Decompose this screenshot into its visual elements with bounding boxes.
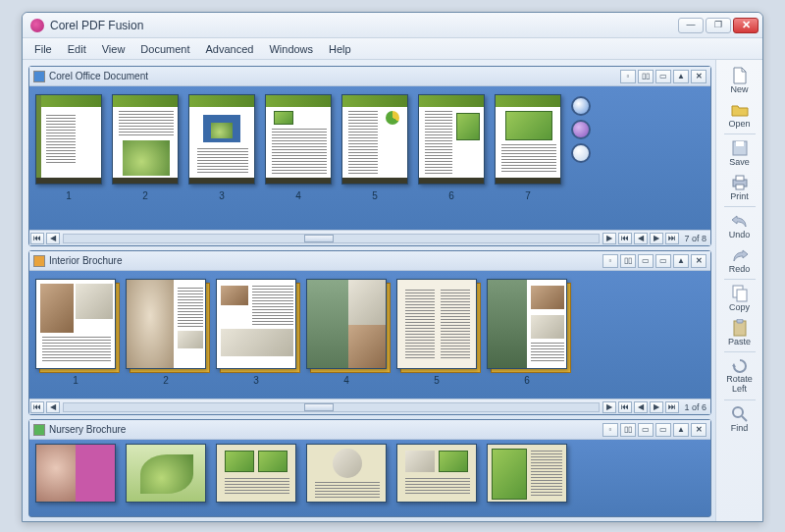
scroll-first[interactable]: ⏮ <box>30 401 44 413</box>
svg-point-9 <box>733 407 743 417</box>
view-mode-buttons <box>571 94 595 163</box>
panel-tool-button[interactable]: ▯▯ <box>638 70 654 83</box>
panel-tool-button[interactable]: ▭ <box>655 423 671 437</box>
open-button[interactable]: Open <box>720 98 759 132</box>
disk-icon <box>730 139 750 157</box>
menu-advanced[interactable]: Advanced <box>198 40 262 58</box>
page-thumbnail[interactable] <box>35 444 116 503</box>
rotate-left-button[interactable]: Rotate Left <box>720 354 759 398</box>
menu-file[interactable]: File <box>26 40 60 58</box>
page-thumbnail[interactable]: 3 <box>216 279 296 386</box>
page-last[interactable]: ⏭ <box>665 233 679 244</box>
save-button[interactable]: Save <box>720 136 759 170</box>
page-number: 4 <box>343 375 349 386</box>
print-button[interactable]: Print <box>720 171 759 204</box>
menu-help[interactable]: Help <box>321 40 359 58</box>
doc-type-icon <box>33 255 45 267</box>
svg-rect-3 <box>736 176 744 181</box>
scroll-right[interactable]: ▶ <box>602 401 616 413</box>
page-thumbnail[interactable]: 5 <box>396 279 477 386</box>
scroll-left[interactable]: ◀ <box>46 233 60 244</box>
page-number: 1 <box>66 190 72 201</box>
page-next[interactable]: ▶ <box>650 401 663 413</box>
panel-tool-button[interactable]: ▫ <box>602 423 618 437</box>
page-thumbnail[interactable] <box>216 444 296 503</box>
doc-type-icon <box>33 424 45 436</box>
panel-tool-button[interactable]: ▭ <box>638 423 654 437</box>
page-first[interactable]: ⏮ <box>618 233 632 244</box>
page-indicator: 1 of 6 <box>680 402 710 412</box>
panel-close-button[interactable]: ✕ <box>691 423 706 437</box>
menu-document[interactable]: Document <box>132 40 197 58</box>
panel-tool-button[interactable]: ▯▯ <box>620 423 636 437</box>
page-thumbnail[interactable]: 6 <box>418 94 485 201</box>
panel-tool-button[interactable]: ▯▯ <box>620 254 636 268</box>
page-thumbnail[interactable] <box>306 444 387 503</box>
page-thumbnail[interactable]: 2 <box>112 94 179 201</box>
file-new-icon <box>730 67 750 84</box>
page-thumbnail[interactable]: 5 <box>341 94 408 201</box>
page-thumbnail[interactable]: 2 <box>126 279 206 386</box>
document-title: Nursery Brochure <box>49 424 126 435</box>
workspace: Corel Office Document ▫ ▯▯ ▭ ▲ ✕ 1 2 <box>23 60 715 521</box>
page-thumbnail[interactable]: 6 <box>487 279 567 386</box>
panel-tool-button[interactable]: ▭ <box>638 254 654 268</box>
redo-icon <box>730 246 750 264</box>
panel-tool-button[interactable]: ▫ <box>602 254 618 268</box>
page-next[interactable]: ▶ <box>650 233 663 244</box>
minimize-button[interactable]: — <box>678 18 704 33</box>
page-prev[interactable]: ◀ <box>634 401 648 413</box>
close-button[interactable]: ✕ <box>733 18 759 33</box>
panel-collapse-button[interactable]: ▲ <box>673 254 689 268</box>
scroll-right[interactable]: ▶ <box>602 233 616 244</box>
document-panel: Interior Brochure ▫ ▯▯ ▭ ▭ ▲ ✕ 1 <box>28 250 711 415</box>
panel-tool-button[interactable]: ▫ <box>620 70 636 83</box>
scroll-left[interactable]: ◀ <box>46 401 60 413</box>
panel-tool-button[interactable]: ▭ <box>655 70 671 83</box>
redo-button[interactable]: Redo <box>720 243 759 277</box>
paste-button[interactable]: Paste <box>720 316 759 349</box>
page-thumbnail[interactable]: 4 <box>306 279 387 386</box>
menu-view[interactable]: View <box>94 40 133 58</box>
panel-close-button[interactable]: ✕ <box>691 70 706 83</box>
page-thumbnail[interactable] <box>487 444 567 503</box>
thumbnail-strip[interactable]: 1 2 3 4 5 <box>29 86 710 230</box>
document-header: Interior Brochure ▫ ▯▯ ▭ ▭ ▲ ✕ <box>29 251 710 271</box>
svg-rect-6 <box>737 290 747 301</box>
menu-windows[interactable]: Windows <box>261 40 321 58</box>
page-prev[interactable]: ◀ <box>634 233 648 244</box>
view-mode-assembly[interactable] <box>571 120 591 139</box>
page-number: 6 <box>448 190 454 201</box>
undo-button[interactable]: Undo <box>720 209 759 242</box>
page-thumbnail[interactable]: 4 <box>265 94 332 201</box>
scrollbar[interactable] <box>63 234 600 243</box>
window-controls: — ❐ ✕ <box>678 18 759 33</box>
thumbnail-strip[interactable]: 1 2 3 4 5 <box>29 271 710 399</box>
scroll-first[interactable]: ⏮ <box>30 233 44 244</box>
panel-collapse-button[interactable]: ▲ <box>673 423 689 437</box>
page-last[interactable]: ⏭ <box>665 401 679 413</box>
scrollbar[interactable] <box>63 402 600 412</box>
view-mode-page[interactable] <box>571 143 591 163</box>
page-thumbnail[interactable] <box>126 444 206 503</box>
find-button[interactable]: Find <box>720 402 759 436</box>
maximize-button[interactable]: ❐ <box>706 18 731 33</box>
page-first[interactable]: ⏮ <box>618 401 632 413</box>
document-title: Interior Brochure <box>49 255 122 266</box>
page-thumbnail[interactable]: 3 <box>188 94 255 201</box>
page-number: 1 <box>73 375 78 386</box>
menu-edit[interactable]: Edit <box>60 40 94 58</box>
panel-collapse-button[interactable]: ▲ <box>673 70 689 83</box>
page-thumbnail[interactable]: 1 <box>35 94 102 201</box>
panel-tool-button[interactable]: ▭ <box>655 254 671 268</box>
page-thumbnail[interactable]: 7 <box>495 94 561 201</box>
panel-close-button[interactable]: ✕ <box>691 254 706 268</box>
app-window: Corel PDF Fusion — ❐ ✕ File Edit View Do… <box>22 12 763 522</box>
svg-rect-8 <box>737 319 743 323</box>
thumbnail-strip[interactable] <box>29 440 710 516</box>
view-mode-thumbnail[interactable] <box>571 96 591 116</box>
copy-button[interactable]: Copy <box>720 282 759 315</box>
new-button[interactable]: New <box>720 64 759 97</box>
page-thumbnail[interactable]: 1 <box>35 279 116 386</box>
page-thumbnail[interactable] <box>396 444 477 503</box>
